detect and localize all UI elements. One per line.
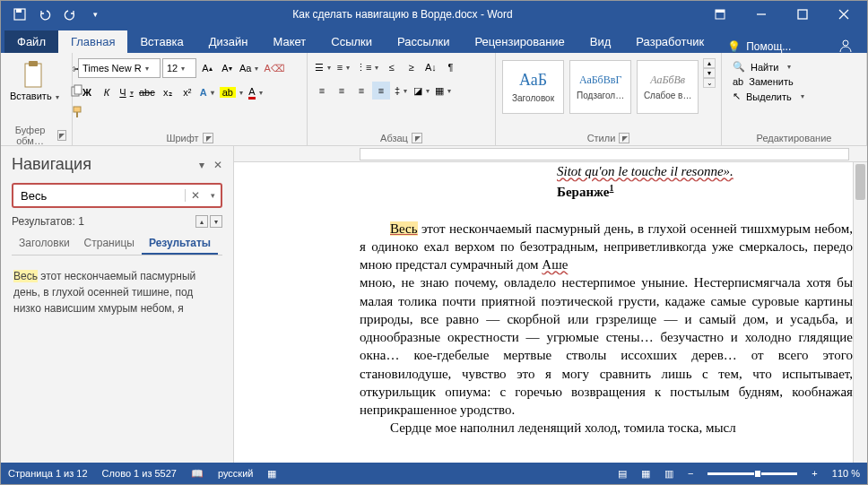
status-spell-icon[interactable]: 📖 bbox=[191, 468, 204, 480]
ribbon: Вставить▾ ✂ Буфер обм… Times New R▾ 12▾ … bbox=[1, 53, 867, 146]
redo-icon[interactable] bbox=[60, 4, 80, 24]
tab-review[interactable]: Рецензирование bbox=[462, 30, 577, 53]
sort-icon[interactable]: A↓ bbox=[421, 58, 439, 76]
nav-tab-results[interactable]: Результаты bbox=[142, 233, 218, 255]
font-launcher[interactable] bbox=[203, 133, 213, 143]
tab-developer[interactable]: Разработчик bbox=[623, 30, 716, 53]
style-gallery-scroll[interactable]: ▴▾⌄ bbox=[703, 58, 716, 88]
multilevel-icon[interactable]: ⋮≡▾ bbox=[354, 58, 380, 76]
status-words[interactable]: Слово 1 из 5527 bbox=[102, 468, 177, 479]
nav-search-box: ✕ ▾ bbox=[12, 183, 222, 208]
highlight-icon[interactable]: ab▾ bbox=[218, 83, 245, 101]
align-left-icon[interactable]: ≡ bbox=[313, 82, 331, 100]
svg-rect-10 bbox=[29, 61, 38, 66]
svg-point-8 bbox=[843, 40, 848, 46]
replace-button[interactable]: abЗаменить bbox=[731, 75, 806, 88]
shrink-font-icon[interactable]: A▾ bbox=[218, 59, 236, 77]
tab-insert[interactable]: Вставка bbox=[127, 30, 195, 53]
nav-prev-result[interactable]: ▴ bbox=[195, 215, 208, 228]
nav-close-icon[interactable]: ✕ bbox=[213, 159, 222, 171]
tab-home[interactable]: Главная bbox=[58, 30, 127, 53]
view-print-icon[interactable]: ▦ bbox=[641, 468, 650, 480]
find-button[interactable]: 🔍Найти▾ bbox=[731, 60, 806, 74]
select-button[interactable]: ↖Выделить▾ bbox=[731, 90, 806, 103]
align-center-icon[interactable]: ≡ bbox=[333, 82, 351, 100]
save-icon[interactable] bbox=[10, 4, 30, 24]
zoom-level[interactable]: 110 % bbox=[832, 468, 860, 479]
nav-title: Навигация bbox=[12, 155, 91, 174]
font-size-combo[interactable]: 12▾ bbox=[162, 58, 196, 78]
svg-rect-9 bbox=[25, 64, 41, 87]
numbering-icon[interactable]: ≡▾ bbox=[334, 58, 352, 76]
nav-tab-pages[interactable]: Страницы bbox=[77, 233, 142, 255]
style-subtitle[interactable]: АаБбВвГПодзагол… bbox=[569, 60, 631, 114]
clipboard-launcher[interactable] bbox=[57, 130, 66, 141]
search-icon: 🔍 bbox=[733, 61, 745, 73]
decrease-indent-icon[interactable]: ≤ bbox=[382, 58, 400, 76]
nav-search-dropdown[interactable]: ▾ bbox=[204, 191, 221, 200]
nav-result-item[interactable]: Весь этот нескончаемый пасмурный день, в… bbox=[12, 264, 222, 320]
zoom-out-button[interactable]: − bbox=[688, 468, 693, 479]
tab-file[interactable]: Файл bbox=[4, 30, 58, 53]
qat-customize-icon[interactable]: ▾ bbox=[85, 4, 105, 24]
nav-tab-headings[interactable]: Заголовки bbox=[12, 233, 77, 255]
show-marks-icon[interactable]: ¶ bbox=[441, 58, 459, 76]
tab-mailings[interactable]: Рассылки bbox=[385, 30, 462, 53]
tab-design[interactable]: Дизайн bbox=[196, 30, 261, 53]
maximize-button[interactable] bbox=[783, 2, 822, 27]
window-title: Как сделать навигацию в Ворде.docx - Wor… bbox=[105, 8, 700, 21]
close-button[interactable] bbox=[824, 2, 864, 27]
shading-icon[interactable]: ◪▾ bbox=[412, 82, 431, 100]
page-content: Sitot qu'on le touche il resonne». Беран… bbox=[360, 162, 853, 437]
paste-button[interactable]: Вставить▾ bbox=[6, 58, 63, 104]
text-effects-icon[interactable]: A▾ bbox=[198, 83, 216, 101]
horizontal-ruler[interactable] bbox=[234, 146, 867, 162]
status-macro-icon[interactable]: ▦ bbox=[267, 468, 276, 480]
navigation-pane: Навигация ▾ ✕ ✕ ▾ Результатов: 1 ▴ ▾ Заг… bbox=[1, 146, 234, 464]
paragraph-launcher[interactable] bbox=[412, 133, 422, 143]
align-right-icon[interactable]: ≡ bbox=[352, 82, 370, 100]
styles-launcher[interactable] bbox=[619, 133, 629, 143]
ribbon-display-icon[interactable] bbox=[700, 2, 740, 27]
tell-me[interactable]: 💡Помощ... bbox=[716, 40, 802, 53]
bullets-icon[interactable]: ☰▾ bbox=[313, 58, 333, 76]
document-scroll[interactable]: Sitot qu'on le touche il resonne». Беран… bbox=[234, 162, 853, 464]
grow-font-icon[interactable]: A▴ bbox=[198, 59, 216, 77]
nav-menu-icon[interactable]: ▾ bbox=[199, 159, 204, 171]
vertical-scrollbar[interactable] bbox=[853, 162, 867, 464]
style-heading1[interactable]: АаБЗаголовок bbox=[502, 60, 564, 114]
line-spacing-icon[interactable]: ‡▾ bbox=[392, 82, 410, 100]
tab-references[interactable]: Ссылки bbox=[318, 30, 385, 53]
tab-view[interactable]: Вид bbox=[577, 30, 624, 53]
clear-format-icon[interactable]: A⌫ bbox=[262, 59, 286, 77]
strike-button[interactable]: abc bbox=[137, 83, 157, 101]
increase-indent-icon[interactable]: ≥ bbox=[402, 58, 420, 76]
underline-button[interactable]: Ч▾ bbox=[117, 83, 135, 101]
replace-icon: ab bbox=[733, 76, 743, 87]
nav-search-clear[interactable]: ✕ bbox=[185, 189, 204, 202]
zoom-in-button[interactable]: + bbox=[812, 468, 817, 479]
zoom-slider[interactable] bbox=[707, 472, 797, 475]
align-justify-icon[interactable]: ≡ bbox=[372, 82, 390, 100]
svg-rect-1 bbox=[16, 9, 22, 13]
nav-next-result[interactable]: ▾ bbox=[210, 215, 222, 228]
italic-button[interactable]: К bbox=[98, 83, 116, 101]
undo-icon[interactable] bbox=[35, 4, 55, 24]
account-icon[interactable] bbox=[828, 39, 864, 53]
status-language[interactable]: русский bbox=[218, 468, 253, 479]
superscript-button[interactable]: x² bbox=[178, 83, 196, 101]
borders-icon[interactable]: ▦▾ bbox=[433, 82, 453, 100]
view-web-icon[interactable]: ▥ bbox=[664, 468, 673, 480]
font-name-combo[interactable]: Times New R▾ bbox=[78, 58, 161, 78]
change-case-button[interactable]: Aa▾ bbox=[238, 59, 260, 77]
status-page[interactable]: Страница 1 из 12 bbox=[8, 468, 88, 479]
subscript-button[interactable]: x₂ bbox=[159, 83, 177, 101]
font-color-icon[interactable]: A▾ bbox=[247, 83, 265, 101]
tab-layout[interactable]: Макет bbox=[260, 30, 318, 53]
style-subtle[interactable]: АаБбВвСлабое в… bbox=[637, 60, 699, 114]
nav-search-input[interactable] bbox=[13, 189, 185, 203]
view-read-icon[interactable]: ▤ bbox=[618, 468, 627, 480]
bold-button[interactable]: Ж bbox=[78, 83, 96, 101]
clipboard-icon bbox=[20, 60, 48, 89]
minimize-button[interactable] bbox=[742, 2, 781, 27]
